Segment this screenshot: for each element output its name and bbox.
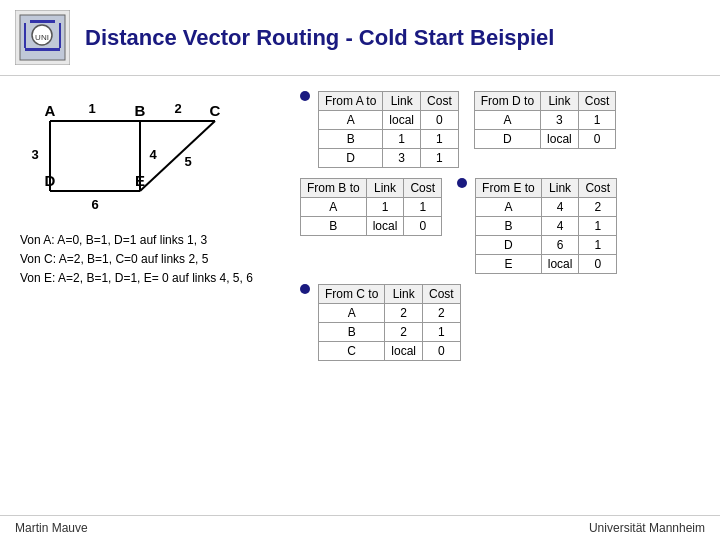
mid-tables-row: From B to Link Cost A11Blocal0 From E to [300, 178, 700, 274]
table-from-a: From A to Link Cost Alocal0B11D31 [318, 91, 459, 168]
table-cell: 1 [421, 149, 459, 168]
table-row: D31 [319, 149, 459, 168]
table-from-a-header-2: Cost [421, 92, 459, 111]
table-cell: A [319, 304, 385, 323]
svg-rect-4 [25, 48, 60, 51]
table-from-e-header-1: Link [541, 179, 579, 198]
table-from-d-header-1: Link [541, 92, 579, 111]
page-title: Distance Vector Routing - Cold Start Bei… [85, 25, 554, 51]
table-cell: 1 [423, 323, 461, 342]
left-panel: 1 2 3 4 6 5 [20, 91, 290, 366]
table-row: Blocal0 [301, 217, 442, 236]
network-diagram: 1 2 3 4 6 5 [20, 91, 240, 221]
table-cell: A [301, 198, 367, 217]
svg-text:1: 1 [88, 101, 95, 116]
table-cell: local [383, 111, 421, 130]
table-cell: local [541, 255, 579, 274]
table-from-b: From B to Link Cost A11Blocal0 [300, 178, 442, 236]
table-cell: 0 [578, 130, 616, 149]
table-cell: B [301, 217, 367, 236]
main-content: 1 2 3 4 6 5 [0, 76, 720, 381]
table-cell: 1 [366, 198, 404, 217]
svg-text:UNI: UNI [35, 33, 49, 42]
table-cell: B [476, 217, 542, 236]
table-from-e-header-0: From E to [476, 179, 542, 198]
table-from-a-header-1: Link [383, 92, 421, 111]
table-cell: 4 [541, 217, 579, 236]
top-tables-row: From A to Link Cost Alocal0B11D31 From D… [300, 91, 700, 168]
table-cell: D [474, 130, 540, 149]
table-cell: 1 [579, 217, 617, 236]
bot-tables-row: From C to Link Cost A22B21Clocal0 [300, 284, 700, 361]
table-from-c-header-2: Cost [423, 285, 461, 304]
table-from-a-header-0: From A to [319, 92, 383, 111]
table-cell: local [541, 130, 579, 149]
table-cell: C [319, 342, 385, 361]
table-row: A11 [301, 198, 442, 217]
table-cell: 0 [579, 255, 617, 274]
table-cell: B [319, 323, 385, 342]
table-cell: 3 [541, 111, 579, 130]
table-cell: 1 [579, 236, 617, 255]
table-cell: 0 [423, 342, 461, 361]
table-cell: 1 [404, 198, 442, 217]
svg-text:4: 4 [149, 147, 157, 162]
svg-text:3: 3 [31, 147, 38, 162]
table-cell: 2 [579, 198, 617, 217]
svg-text:B: B [135, 102, 146, 119]
table-cell: 2 [385, 304, 423, 323]
table-cell: A [319, 111, 383, 130]
note-line2: Von C: A=2, B=1, C=0 auf links 2, 5 [20, 250, 290, 269]
notes: Von A: A=0, B=1, D=1 auf links 1, 3 Von … [20, 231, 290, 289]
table-cell: local [366, 217, 404, 236]
table-cell: 6 [541, 236, 579, 255]
table-cell: D [319, 149, 383, 168]
table-row: A42 [476, 198, 617, 217]
from-c-section: From C to Link Cost A22B21Clocal0 [300, 284, 461, 361]
network-svg: 1 2 3 4 6 5 [20, 91, 240, 221]
table-row: Clocal0 [319, 342, 461, 361]
table-row: B11 [319, 130, 459, 149]
table-row: Elocal0 [476, 255, 617, 274]
note-line3: Von E: A=2, B=1, D=1, E= 0 auf links 4, … [20, 269, 290, 288]
note-line1: Von A: A=0, B=1, D=1 auf links 1, 3 [20, 231, 290, 250]
table-from-d: From D to Link Cost A31Dlocal0 [474, 91, 617, 149]
table-cell: 2 [385, 323, 423, 342]
from-b-section: From B to Link Cost A11Blocal0 [300, 178, 442, 274]
table-row: Alocal0 [319, 111, 459, 130]
table-cell: E [476, 255, 542, 274]
table-row: A31 [474, 111, 616, 130]
table-cell: 1 [383, 130, 421, 149]
table-row: B41 [476, 217, 617, 236]
footer-right: Universität Mannheim [589, 521, 705, 535]
bullet-c [300, 284, 310, 294]
table-row: D61 [476, 236, 617, 255]
footer: Martin Mauve Universität Mannheim [0, 515, 720, 540]
table-from-c-header-0: From C to [319, 285, 385, 304]
table-cell: local [385, 342, 423, 361]
table-row: A22 [319, 304, 461, 323]
table-from-d-header-0: From D to [474, 92, 540, 111]
table-from-b-header-0: From B to [301, 179, 367, 198]
from-e-section: From E to Link Cost A42B41D61Elocal0 [457, 178, 617, 274]
svg-text:5: 5 [184, 154, 191, 169]
table-cell: 4 [541, 198, 579, 217]
table-from-c-header-1: Link [385, 285, 423, 304]
svg-text:D: D [45, 172, 56, 189]
table-row: B21 [319, 323, 461, 342]
footer-left: Martin Mauve [15, 521, 88, 535]
table-from-b-header-1: Link [366, 179, 404, 198]
table-from-d-header-2: Cost [578, 92, 616, 111]
svg-text:6: 6 [91, 197, 98, 212]
svg-text:E: E [135, 172, 145, 189]
table-cell: B [319, 130, 383, 149]
svg-text:2: 2 [174, 101, 181, 116]
university-logo: UNI [15, 10, 70, 65]
table-cell: 2 [423, 304, 461, 323]
table-from-c: From C to Link Cost A22B21Clocal0 [318, 284, 461, 361]
header: UNI Distance Vector Routing - Cold Start… [0, 0, 720, 76]
svg-rect-3 [30, 20, 55, 23]
table-cell: A [474, 111, 540, 130]
svg-text:A: A [45, 102, 56, 119]
bullet-e [457, 178, 467, 188]
